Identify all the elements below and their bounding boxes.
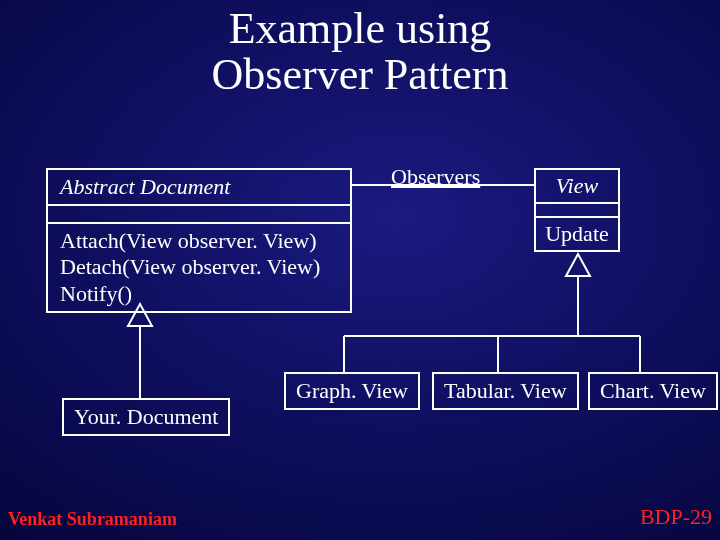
association-observers-label: Observers bbox=[391, 164, 480, 190]
footer-author: Venkat Subramaniam bbox=[8, 509, 177, 530]
uml-view: View Update bbox=[534, 168, 620, 252]
view-op-update: Update bbox=[536, 218, 618, 250]
uml-chart-view: Chart. View bbox=[588, 372, 718, 410]
op-detach: Detach(View observer. View) bbox=[60, 254, 342, 280]
footer-page: BDP-29 bbox=[640, 504, 712, 530]
svg-marker-3 bbox=[566, 254, 590, 276]
abstract-document-name: Abstract Document bbox=[48, 170, 350, 204]
view-name: View bbox=[536, 170, 618, 202]
slide-title: Example using Observer Pattern bbox=[0, 6, 720, 98]
uml-graph-view: Graph. View bbox=[284, 372, 420, 410]
uml-abstract-document: Abstract Document Attach(View observer. … bbox=[46, 168, 352, 313]
op-notify: Notify() bbox=[60, 281, 342, 307]
title-line-1: Example using bbox=[229, 4, 492, 53]
uml-tabular-view: Tabular. View bbox=[432, 372, 579, 410]
uml-your-document: Your. Document bbox=[62, 398, 230, 436]
abstract-document-ops: Attach(View observer. View) Detach(View … bbox=[48, 224, 350, 311]
title-line-2: Observer Pattern bbox=[212, 50, 509, 99]
op-attach: Attach(View observer. View) bbox=[60, 228, 342, 254]
